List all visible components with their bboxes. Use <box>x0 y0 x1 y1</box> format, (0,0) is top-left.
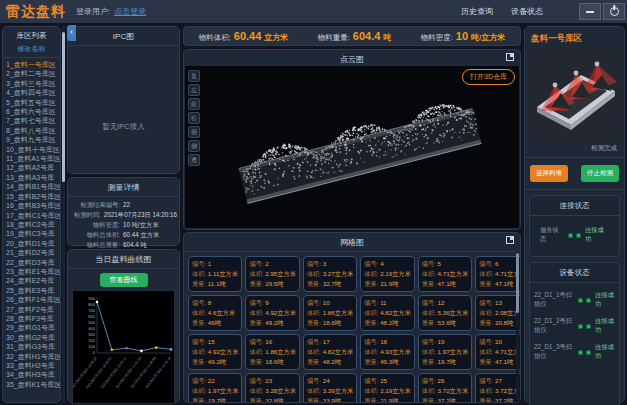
grid-cell-weight-label: 重量: <box>364 397 380 403</box>
sidebar-item[interactable]: 14_盘料B1号库区 <box>6 182 60 191</box>
grid-cell-weight: 重量: 20.8吨 <box>479 318 521 328</box>
grid-expand-icon[interactable] <box>506 236 514 244</box>
device-row-label: 22_D1_3号扫描仪 <box>534 343 574 361</box>
connection-status-panel: 连接状态 服务状态连接成功 <box>529 195 620 257</box>
connection-rows: 服务状态连接成功 <box>530 216 619 256</box>
sidebar-item[interactable]: 32_盘料H1号库区 <box>6 352 60 361</box>
rename-zone-link[interactable]: 修改名称 <box>3 43 60 58</box>
sidebar-item[interactable]: 22_盘料D3号库 <box>6 258 60 267</box>
view-button[interactable]: 前 <box>188 98 200 110</box>
view-button[interactable]: 左 <box>188 84 200 96</box>
view-button[interactable]: 侧 <box>188 140 200 152</box>
sidebar-item[interactable]: 17_盘料C1号库区 <box>6 211 60 220</box>
grid-cell-no: 编号: 6 <box>479 259 521 269</box>
grid-cell-weight: 重量: 47.1吨 <box>422 279 468 289</box>
open-3d-warehouse-button[interactable]: 打开3D仓库 <box>462 69 515 85</box>
grid-cell: 编号: 8体积: 4.6立方米重量: 46吨 <box>188 295 242 331</box>
grid-cell-no-value: 27 <box>495 377 502 384</box>
minimize-button[interactable] <box>579 3 601 20</box>
sidebar-item[interactable]: 11_盘料A1号库区 <box>6 154 60 163</box>
sidebar-item[interactable]: 34_盘料H3号库 <box>6 370 60 379</box>
pointcloud-viewport[interactable]: 复左前右俯侧透 打开3D仓库 <box>185 66 519 228</box>
sidebar-item[interactable]: 27_盘料F2号库 <box>6 305 60 314</box>
grid-cell-volume: 体积: 4.92立方米 <box>249 308 295 318</box>
grid-cell: 编号: 16体积: 1.86立方米重量: 18.6吨 <box>245 334 299 370</box>
sidebar-item[interactable]: 2_盘料二号库区 <box>6 69 60 78</box>
sidebar-item[interactable]: 19_盘料C3号库 <box>6 229 60 238</box>
sidebar-item[interactable]: 5_盘料五号库区 <box>6 98 60 107</box>
sidebar-item[interactable]: 21_盘料D2号库 <box>6 248 60 257</box>
grid-cell-no: 编号: 2 <box>249 259 295 269</box>
grid-cell-weight: 重量: 37.2吨 <box>422 396 468 403</box>
sidebar-item[interactable]: 28_盘料F3号库 <box>6 314 60 323</box>
detail-label: 检测结果编号: <box>70 200 120 210</box>
sidebar-item[interactable]: 6_盘料六号库区 <box>6 107 60 116</box>
grid-cell-volume-value: 4.92立方米 <box>265 309 296 316</box>
svg-text:800: 800 <box>88 302 95 307</box>
sidebar-item[interactable]: 8_盘料八号库区 <box>6 126 60 135</box>
device-status-link[interactable]: 设备状态 <box>511 6 543 17</box>
sidebar-item[interactable]: 12_盘料A2号库 <box>6 163 60 172</box>
detail-row: 检测结果编号:22 <box>70 200 177 210</box>
device-row-label: 22_D1_1号扫描仪 <box>534 291 574 309</box>
sidebar-item[interactable]: 18_盘料C2号库 <box>6 220 60 229</box>
grid-cell-volume: 体积: 4.82立方米 <box>307 347 353 357</box>
svg-text:2021年07月23日 13:39:32: 2021年07月23日 13:39:32 <box>73 356 98 390</box>
stat-unit: 吨 <box>383 32 391 43</box>
detail-value: 22 <box>123 200 130 210</box>
link-status-icon <box>568 233 581 238</box>
grid-cell-volume-label: 体积: <box>249 309 265 316</box>
sidebar-item[interactable]: 9_盘料九号库区 <box>6 135 60 144</box>
measure-details-rows: 检测结果编号:22检测时间:2021年07月23日 14:20:16物料密度:1… <box>68 197 179 250</box>
history-query-link[interactable]: 历史查询 <box>461 6 493 17</box>
sidebar-item[interactable]: 29_盘料G1号库 <box>6 323 60 332</box>
sidebar-item[interactable]: 30_盘料G2号库 <box>6 333 60 342</box>
grid-cell-no-label: 编号: <box>479 299 495 306</box>
sidebar-scrollbar-thumb[interactable] <box>62 32 65 182</box>
sidebar-item[interactable]: 1_盘料一号库区 <box>6 60 60 69</box>
grid-scrollbar-thumb[interactable] <box>516 253 519 313</box>
grid-cell: 编号: 15体积: 4.92立方米重量: 49.2吨 <box>188 334 242 370</box>
sidebar-item[interactable]: 31_盘料G3号库 <box>6 342 60 351</box>
sidebar-item[interactable]: 24_盘料E2号库 <box>6 276 60 285</box>
sidebar-item[interactable]: 7_盘料七号库区 <box>6 116 60 125</box>
grid-cell-volume: 体积: 5.36立方米 <box>422 308 468 318</box>
view-curve-button[interactable]: 查看曲线 <box>100 273 148 287</box>
sidebar-item[interactable]: 35_盘料K1号库区 <box>6 380 60 389</box>
view-button[interactable]: 复 <box>188 70 200 82</box>
svg-text:200: 200 <box>88 338 95 343</box>
warehouse-3d-svg <box>529 49 620 141</box>
scan-status-text: 检测完成 <box>525 141 624 158</box>
sidebar-item[interactable]: 15_盘料B2号库区 <box>6 192 60 201</box>
sidebar-item[interactable]: 33_盘料H2号库 <box>6 361 60 370</box>
login-link[interactable]: 点击登录 <box>114 6 146 17</box>
select-pile-button[interactable]: 选择料堆 <box>530 165 568 182</box>
sidebar-item[interactable]: 4_盘料四号库区 <box>6 88 60 97</box>
sidebar-scrollbar[interactable] <box>62 26 65 403</box>
grid-cell-no: 编号: 25 <box>364 376 410 386</box>
grid-cell-volume: 体积: 4.71立方米 <box>422 269 468 279</box>
sidebar-item[interactable]: 23_盘料E1号库区 <box>6 267 60 276</box>
view-button[interactable]: 右 <box>188 112 200 124</box>
sidebar-item[interactable]: 13_盘料A3号库 <box>6 173 60 182</box>
sidebar-item[interactable]: 26_盘料F1号库区 <box>6 295 60 304</box>
grid-cell-weight-label: 重量: <box>422 358 438 365</box>
sidebar-item[interactable]: 20_盘料D1号库 <box>6 239 60 248</box>
grid-cell-weight-value: 46吨 <box>208 319 221 326</box>
grid-cell-weight: 重量: 21.9吨 <box>364 396 410 403</box>
sidebar-item[interactable]: 10_盘料十号库区 <box>6 145 60 154</box>
sidebar-item[interactable]: 16_盘料B3号库区 <box>6 201 60 210</box>
view-button[interactable]: 俯 <box>188 126 200 138</box>
grid-cell-volume-label: 体积: <box>422 387 438 394</box>
grid-cell-volume-label: 体积: <box>249 270 265 277</box>
zone-list: 1_盘料一号库区2_盘料二号库区3_盘料三号库区4_盘料四号库区5_盘料五号库区… <box>3 58 60 389</box>
stat-label: 物料体积: <box>199 33 231 43</box>
sidebar-item[interactable]: 25_盘料E3号库 <box>6 286 60 295</box>
grid-scrollbar[interactable] <box>516 251 519 400</box>
sidebar-item[interactable]: 3_盘料三号库区 <box>6 79 60 88</box>
grid-cell-no-value: 17 <box>323 338 330 345</box>
view-button[interactable]: 透 <box>188 154 200 166</box>
power-close-button[interactable] <box>603 3 625 20</box>
pointcloud-expand-icon[interactable] <box>506 53 514 61</box>
stop-detect-button[interactable]: 停止检测 <box>581 165 619 182</box>
